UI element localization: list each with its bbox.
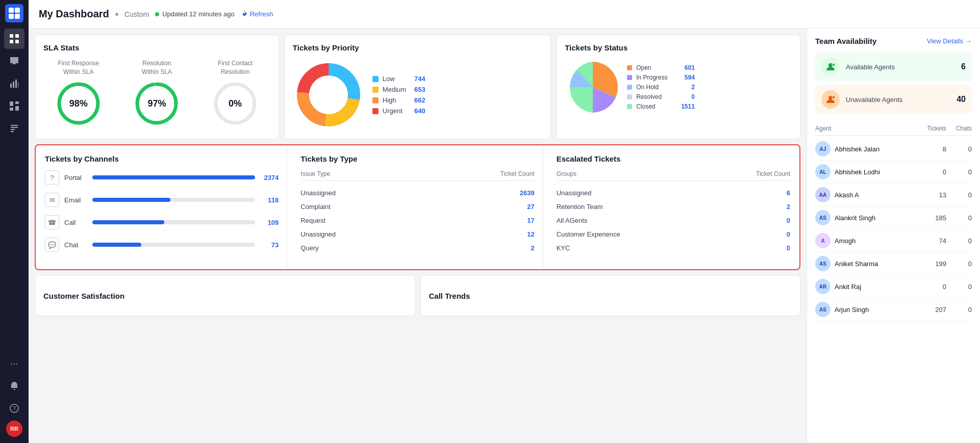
legend-label-urgent: Urgent bbox=[383, 107, 406, 115]
type-col-count: Ticket Count bbox=[500, 170, 535, 177]
priority-widget: Tickets by Priority bbox=[284, 35, 551, 139]
agent-name-7: Arjun Singh bbox=[835, 306, 916, 314]
svg-rect-6 bbox=[10, 40, 13, 43]
agent-avatar-0: AJ bbox=[815, 141, 831, 157]
header-separator-dot bbox=[115, 13, 118, 16]
channel-email: ✉ Email 118 bbox=[45, 193, 279, 207]
agent-avatar-7: AS bbox=[815, 302, 831, 317]
channel-label-chat: Chat bbox=[64, 241, 87, 249]
agent-avatar-1: AL bbox=[815, 164, 831, 179]
escalated-name-1: Retention Team bbox=[557, 203, 603, 211]
escalated-name-4: KYC bbox=[557, 244, 570, 252]
dashboard-main: SLA Stats First ResponseWithin SLA 98% bbox=[29, 29, 807, 443]
svg-rect-9 bbox=[13, 82, 14, 88]
type-count-3: 12 bbox=[527, 230, 534, 238]
portal-icon: ? bbox=[45, 170, 59, 185]
page-title: My Dashboard bbox=[39, 8, 109, 20]
bottom-widget-row: Customer Satisfaction Call Trends bbox=[35, 275, 800, 316]
sla-stats-widget: SLA Stats First ResponseWithin SLA 98% bbox=[35, 35, 279, 139]
view-details-text: View Details bbox=[927, 37, 963, 45]
agent-name-1: Abhishek Lodhi bbox=[835, 168, 916, 176]
status-value-inprogress: 594 bbox=[685, 74, 695, 81]
status-onhold: On Hold 2 bbox=[627, 84, 695, 91]
unavailable-count: 40 bbox=[957, 95, 966, 104]
unavailable-icon bbox=[821, 90, 840, 109]
priority-content: Low 744 Medium 653 Hig bbox=[293, 59, 542, 131]
agent-tickets-3: 185 bbox=[916, 214, 946, 222]
status-title: Tickets by Status bbox=[565, 43, 792, 52]
sidebar-item-dashboard[interactable] bbox=[4, 29, 24, 49]
status-closed: Closed 1511 bbox=[627, 103, 695, 110]
main-content: My Dashboard Custom Updated 12 minutes a… bbox=[29, 0, 980, 443]
sla-label-1: ResolutionWithin SLA bbox=[142, 59, 172, 76]
sla-value-0: 98% bbox=[69, 98, 88, 109]
channels-list: ? Portal 2374 ✉ Email bbox=[45, 170, 279, 252]
sidebar-item-board[interactable] bbox=[4, 96, 24, 116]
sidebar-item-help[interactable]: ? bbox=[4, 398, 24, 419]
app-logo[interactable] bbox=[5, 4, 23, 22]
legend-dot-medium bbox=[372, 87, 379, 93]
agent-row-0: AJ Abhishek Jalan 8 0 bbox=[815, 138, 972, 161]
agents-table: Agent Tickets Chats AJ Abhishek Jalan 8 … bbox=[815, 122, 972, 321]
status-dot bbox=[155, 12, 159, 16]
agent-chats-2: 0 bbox=[946, 191, 972, 199]
updated-text: Updated 12 minutes ago bbox=[162, 10, 235, 18]
agents-scroll[interactable]: AJ Abhishek Jalan 8 0 AL Abhishek Lodhi … bbox=[815, 138, 972, 321]
call-bar bbox=[92, 220, 164, 224]
agent-row-2: AA Akash A 13 0 bbox=[815, 184, 972, 206]
svg-point-30 bbox=[832, 63, 835, 66]
channel-label-call: Call bbox=[64, 219, 87, 226]
agent-tickets-7: 207 bbox=[916, 306, 946, 314]
sidebar-item-tickets[interactable] bbox=[4, 118, 24, 139]
type-widget: Tickets by Type Issue Type Ticket Count … bbox=[292, 146, 543, 268]
status-dot-inprogress bbox=[627, 75, 632, 80]
status-legend: Open 601 In Progress 594 bbox=[627, 64, 695, 110]
escalated-count-4: 0 bbox=[787, 244, 790, 252]
status-value-resolved: 0 bbox=[691, 93, 695, 100]
sidebar-item-analytics[interactable] bbox=[4, 73, 24, 94]
sidebar-item-notifications[interactable] bbox=[4, 376, 24, 396]
escalated-col-groups: Groups bbox=[557, 170, 576, 177]
sla-circle-1: 97% bbox=[134, 81, 180, 126]
call-trends-title: Call Trends bbox=[429, 292, 470, 300]
status-widget: Tickets by Status bbox=[556, 35, 800, 139]
agent-tickets-5: 199 bbox=[916, 260, 946, 268]
svg-rect-13 bbox=[15, 101, 19, 104]
sla-circle-0: 98% bbox=[56, 81, 102, 126]
agent-avatar-6: AR bbox=[815, 279, 831, 294]
email-icon: ✉ bbox=[45, 193, 59, 207]
escalated-count-2: 0 bbox=[787, 217, 790, 224]
priority-legend: Low 744 Medium 653 Hig bbox=[372, 75, 425, 115]
view-details-link[interactable]: View Details → bbox=[927, 37, 972, 45]
status-open: Open 601 bbox=[627, 64, 695, 71]
refresh-button[interactable]: Refresh bbox=[241, 10, 273, 18]
team-header: Team Availability View Details → bbox=[815, 37, 972, 45]
escalated-row-3: Customer Experience 0 bbox=[557, 227, 790, 241]
user-avatar[interactable]: RR bbox=[6, 421, 22, 437]
customer-satisfaction-widget: Customer Satisfaction bbox=[35, 275, 415, 316]
status-label-closed: Closed bbox=[636, 103, 677, 110]
chat-bar-container bbox=[92, 243, 255, 247]
header: My Dashboard Custom Updated 12 minutes a… bbox=[29, 0, 980, 29]
type-count-0: 2639 bbox=[520, 189, 535, 197]
channel-value-call: 109 bbox=[260, 219, 279, 226]
sidebar-item-more[interactable]: ··· bbox=[4, 353, 24, 374]
sidebar-item-chat[interactable] bbox=[4, 51, 24, 71]
status-dot-closed bbox=[627, 104, 632, 109]
agent-name-5: Aniket Sharma bbox=[835, 260, 916, 268]
agent-tickets-1: 0 bbox=[916, 168, 946, 176]
type-row-0: Unassigned 2639 bbox=[300, 186, 534, 200]
agent-chats-1: 0 bbox=[946, 168, 972, 176]
type-name-3: Unassigned bbox=[300, 230, 336, 238]
status-dot-onhold bbox=[627, 85, 632, 90]
agent-row-7: AS Arjun Singh 207 0 bbox=[815, 298, 972, 321]
type-row-3: Unassigned 12 bbox=[300, 227, 534, 241]
sla-value-1: 97% bbox=[147, 98, 166, 109]
escalated-row-1: Retention Team 2 bbox=[557, 200, 790, 214]
email-bar bbox=[92, 198, 170, 202]
escalated-title: Escalated Tickets bbox=[557, 154, 790, 163]
refresh-label: Refresh bbox=[250, 10, 273, 18]
escalated-row-0: Unassigned 6 bbox=[557, 186, 790, 200]
legend-value-high: 662 bbox=[414, 96, 425, 104]
status-label-onhold: On Hold bbox=[636, 84, 687, 91]
